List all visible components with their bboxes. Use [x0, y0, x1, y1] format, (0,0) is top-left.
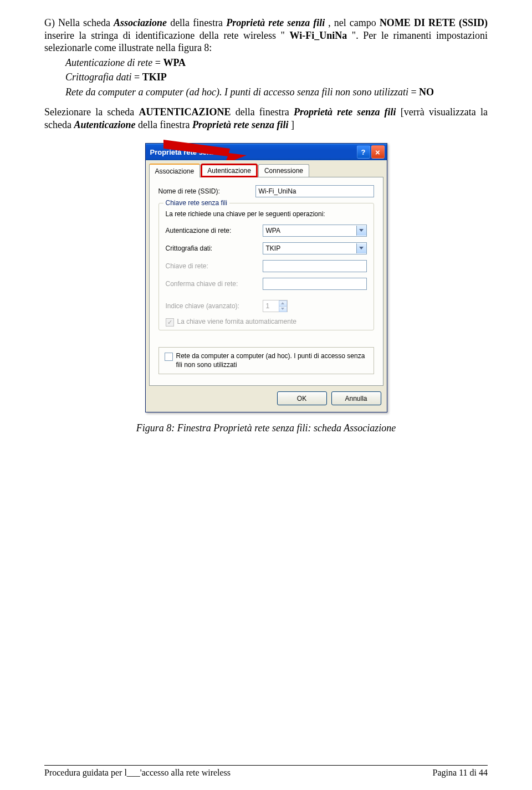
setting-line-auth: Autenticazione di rete = WPA — [65, 57, 488, 69]
auto-key-checkbox-row: La chiave viene fornita automaticamente — [166, 318, 367, 327]
confirm-key-label: Conferma chiave di rete: — [166, 280, 263, 288]
svg-marker-3 — [281, 302, 284, 304]
chevron-down-icon — [356, 226, 366, 236]
ssid-input[interactable]: Wi-Fi_UniNa — [255, 185, 374, 197]
footer-left: Procedura guidata per l___'accesso alla … — [44, 768, 231, 778]
auth-select[interactable]: WPA — [263, 225, 367, 237]
svg-marker-2 — [359, 247, 364, 249]
page-footer: Procedura guidata per l___'accesso alla … — [44, 765, 488, 778]
ok-button[interactable]: OK — [277, 391, 327, 405]
help-icon: ? — [361, 148, 366, 156]
tab-autenticazione[interactable]: Autenticazione — [201, 164, 257, 177]
figure-caption: Figura 8: Finestra Proprietà rete senza … — [44, 422, 488, 434]
adhoc-checkbox[interactable] — [165, 353, 173, 361]
svg-marker-1 — [359, 229, 364, 232]
auth-label: Autenticazione di rete: — [166, 227, 263, 235]
setting-line-adhoc: Rete da computer a computer (ad hoc). I … — [65, 86, 488, 99]
close-icon: × — [375, 148, 380, 156]
wireless-key-groupbox: Chiave rete senza fili La rete richiede … — [158, 203, 374, 330]
spinner-buttons — [279, 300, 287, 312]
select-auth-paragraph: Selezionare la scheda AUTENTICAZIONE del… — [44, 106, 488, 131]
dialog-titlebar[interactable]: Proprietà rete senza fili ? × — [146, 144, 387, 160]
chevron-down-icon — [356, 243, 366, 253]
tab-strip: Associazione Autenticazione Connessione — [146, 160, 387, 177]
crypt-select[interactable]: TKIP — [263, 242, 367, 254]
adhoc-label: Rete da computer a computer (ad hoc). I … — [176, 352, 368, 369]
confirm-key-input — [263, 278, 367, 290]
crypt-label: Crittografia dati: — [166, 244, 263, 252]
setting-line-crypt: Crittografia dati = TKIP — [65, 71, 488, 84]
auto-key-checkbox — [166, 318, 174, 327]
key-label: Chiave di rete: — [166, 262, 263, 270]
close-button[interactable]: × — [371, 145, 385, 159]
tab-panel-associazione: Nome di rete (SSID): Wi-Fi_UniNa Chiave … — [149, 177, 383, 386]
index-spinner: 1 — [263, 300, 288, 312]
auto-key-label: La chiave viene fornita automaticamente — [177, 318, 296, 327]
groupbox-legend: Chiave rete senza fili — [163, 199, 229, 207]
groupbox-text: La rete richiede una chiave per le segue… — [166, 210, 367, 218]
adhoc-box: Rete da computer a computer (ad hoc). I … — [158, 347, 374, 374]
ssid-label: Nome di rete (SSID): — [158, 187, 255, 195]
tab-connessione[interactable]: Connessione — [258, 164, 309, 177]
help-button[interactable]: ? — [357, 145, 370, 159]
tab-associazione[interactable]: Associazione — [149, 164, 201, 177]
index-label: Indice chiave (avanzato): — [166, 302, 263, 310]
dialog-title: Proprietà rete senza fili — [150, 148, 356, 156]
properties-dialog: Proprietà rete senza fili ? × Associazio… — [145, 143, 387, 412]
footer-right: Pagina 11 di 44 — [433, 768, 488, 778]
cancel-button[interactable]: Annulla — [331, 391, 381, 405]
key-input — [263, 260, 367, 272]
intro-paragraph: G) Nella scheda Associazione della fines… — [44, 17, 488, 54]
svg-marker-4 — [281, 308, 284, 310]
